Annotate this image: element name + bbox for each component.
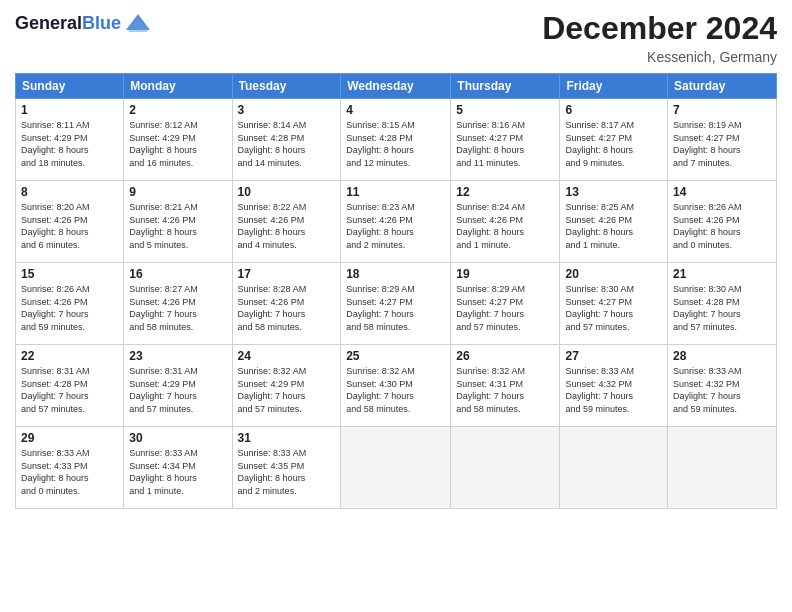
day-number: 4 [346, 103, 445, 117]
calendar-empty-cell [668, 427, 777, 509]
calendar-day-cell: 9Sunrise: 8:21 AM Sunset: 4:26 PM Daylig… [124, 181, 232, 263]
calendar-day-cell: 22Sunrise: 8:31 AM Sunset: 4:28 PM Dayli… [16, 345, 124, 427]
day-number: 31 [238, 431, 336, 445]
calendar-day-cell: 26Sunrise: 8:32 AM Sunset: 4:31 PM Dayli… [451, 345, 560, 427]
calendar-week-row: 15Sunrise: 8:26 AM Sunset: 4:26 PM Dayli… [16, 263, 777, 345]
calendar-day-cell: 10Sunrise: 8:22 AM Sunset: 4:26 PM Dayli… [232, 181, 341, 263]
day-number: 13 [565, 185, 662, 199]
month-title: December 2024 [542, 10, 777, 47]
day-number: 11 [346, 185, 445, 199]
calendar-day-cell: 7Sunrise: 8:19 AM Sunset: 4:27 PM Daylig… [668, 99, 777, 181]
day-info: Sunrise: 8:33 AM Sunset: 4:32 PM Dayligh… [565, 365, 662, 415]
day-number: 21 [673, 267, 771, 281]
day-info: Sunrise: 8:25 AM Sunset: 4:26 PM Dayligh… [565, 201, 662, 251]
day-number: 22 [21, 349, 118, 363]
day-info: Sunrise: 8:33 AM Sunset: 4:33 PM Dayligh… [21, 447, 118, 497]
day-number: 9 [129, 185, 226, 199]
day-number: 7 [673, 103, 771, 117]
weekday-header-friday: Friday [560, 74, 668, 99]
day-info: Sunrise: 8:32 AM Sunset: 4:29 PM Dayligh… [238, 365, 336, 415]
weekday-header-saturday: Saturday [668, 74, 777, 99]
calendar-day-cell: 13Sunrise: 8:25 AM Sunset: 4:26 PM Dayli… [560, 181, 668, 263]
calendar-empty-cell [560, 427, 668, 509]
day-info: Sunrise: 8:29 AM Sunset: 4:27 PM Dayligh… [346, 283, 445, 333]
day-number: 1 [21, 103, 118, 117]
title-block: December 2024 Kessenich, Germany [542, 10, 777, 65]
calendar-day-cell: 31Sunrise: 8:33 AM Sunset: 4:35 PM Dayli… [232, 427, 341, 509]
calendar-day-cell: 17Sunrise: 8:28 AM Sunset: 4:26 PM Dayli… [232, 263, 341, 345]
calendar-header-row: SundayMondayTuesdayWednesdayThursdayFrid… [16, 74, 777, 99]
weekday-header-thursday: Thursday [451, 74, 560, 99]
day-number: 30 [129, 431, 226, 445]
day-info: Sunrise: 8:17 AM Sunset: 4:27 PM Dayligh… [565, 119, 662, 169]
calendar-table: SundayMondayTuesdayWednesdayThursdayFrid… [15, 73, 777, 509]
calendar-day-cell: 11Sunrise: 8:23 AM Sunset: 4:26 PM Dayli… [341, 181, 451, 263]
day-number: 23 [129, 349, 226, 363]
day-info: Sunrise: 8:26 AM Sunset: 4:26 PM Dayligh… [21, 283, 118, 333]
header: GeneralBlue December 2024 Kessenich, Ger… [15, 10, 777, 65]
day-info: Sunrise: 8:28 AM Sunset: 4:26 PM Dayligh… [238, 283, 336, 333]
calendar-day-cell: 23Sunrise: 8:31 AM Sunset: 4:29 PM Dayli… [124, 345, 232, 427]
weekday-header-monday: Monday [124, 74, 232, 99]
calendar-empty-cell [341, 427, 451, 509]
day-number: 20 [565, 267, 662, 281]
day-number: 26 [456, 349, 554, 363]
weekday-header-tuesday: Tuesday [232, 74, 341, 99]
calendar-day-cell: 28Sunrise: 8:33 AM Sunset: 4:32 PM Dayli… [668, 345, 777, 427]
day-number: 3 [238, 103, 336, 117]
day-info: Sunrise: 8:14 AM Sunset: 4:28 PM Dayligh… [238, 119, 336, 169]
day-number: 24 [238, 349, 336, 363]
day-number: 18 [346, 267, 445, 281]
day-number: 15 [21, 267, 118, 281]
day-info: Sunrise: 8:22 AM Sunset: 4:26 PM Dayligh… [238, 201, 336, 251]
calendar-week-row: 29Sunrise: 8:33 AM Sunset: 4:33 PM Dayli… [16, 427, 777, 509]
day-info: Sunrise: 8:12 AM Sunset: 4:29 PM Dayligh… [129, 119, 226, 169]
calendar-day-cell: 15Sunrise: 8:26 AM Sunset: 4:26 PM Dayli… [16, 263, 124, 345]
logo-icon [124, 10, 152, 38]
weekday-header-wednesday: Wednesday [341, 74, 451, 99]
page: GeneralBlue December 2024 Kessenich, Ger… [0, 0, 792, 612]
day-info: Sunrise: 8:23 AM Sunset: 4:26 PM Dayligh… [346, 201, 445, 251]
calendar-day-cell: 20Sunrise: 8:30 AM Sunset: 4:27 PM Dayli… [560, 263, 668, 345]
weekday-header-sunday: Sunday [16, 74, 124, 99]
day-number: 2 [129, 103, 226, 117]
calendar-week-row: 22Sunrise: 8:31 AM Sunset: 4:28 PM Dayli… [16, 345, 777, 427]
calendar-day-cell: 18Sunrise: 8:29 AM Sunset: 4:27 PM Dayli… [341, 263, 451, 345]
day-info: Sunrise: 8:32 AM Sunset: 4:30 PM Dayligh… [346, 365, 445, 415]
calendar-day-cell: 3Sunrise: 8:14 AM Sunset: 4:28 PM Daylig… [232, 99, 341, 181]
day-number: 8 [21, 185, 118, 199]
day-info: Sunrise: 8:29 AM Sunset: 4:27 PM Dayligh… [456, 283, 554, 333]
day-number: 25 [346, 349, 445, 363]
day-number: 29 [21, 431, 118, 445]
calendar-day-cell: 4Sunrise: 8:15 AM Sunset: 4:28 PM Daylig… [341, 99, 451, 181]
day-number: 17 [238, 267, 336, 281]
day-info: Sunrise: 8:33 AM Sunset: 4:32 PM Dayligh… [673, 365, 771, 415]
day-info: Sunrise: 8:31 AM Sunset: 4:29 PM Dayligh… [129, 365, 226, 415]
calendar-day-cell: 19Sunrise: 8:29 AM Sunset: 4:27 PM Dayli… [451, 263, 560, 345]
day-info: Sunrise: 8:31 AM Sunset: 4:28 PM Dayligh… [21, 365, 118, 415]
calendar-week-row: 8Sunrise: 8:20 AM Sunset: 4:26 PM Daylig… [16, 181, 777, 263]
calendar-day-cell: 1Sunrise: 8:11 AM Sunset: 4:29 PM Daylig… [16, 99, 124, 181]
calendar-day-cell: 6Sunrise: 8:17 AM Sunset: 4:27 PM Daylig… [560, 99, 668, 181]
calendar-day-cell: 25Sunrise: 8:32 AM Sunset: 4:30 PM Dayli… [341, 345, 451, 427]
calendar-day-cell: 12Sunrise: 8:24 AM Sunset: 4:26 PM Dayli… [451, 181, 560, 263]
day-number: 5 [456, 103, 554, 117]
day-info: Sunrise: 8:30 AM Sunset: 4:27 PM Dayligh… [565, 283, 662, 333]
day-number: 27 [565, 349, 662, 363]
day-number: 6 [565, 103, 662, 117]
day-info: Sunrise: 8:19 AM Sunset: 4:27 PM Dayligh… [673, 119, 771, 169]
day-number: 19 [456, 267, 554, 281]
calendar-day-cell: 21Sunrise: 8:30 AM Sunset: 4:28 PM Dayli… [668, 263, 777, 345]
day-info: Sunrise: 8:20 AM Sunset: 4:26 PM Dayligh… [21, 201, 118, 251]
day-info: Sunrise: 8:33 AM Sunset: 4:34 PM Dayligh… [129, 447, 226, 497]
calendar-empty-cell [451, 427, 560, 509]
logo: GeneralBlue [15, 10, 152, 38]
day-info: Sunrise: 8:21 AM Sunset: 4:26 PM Dayligh… [129, 201, 226, 251]
day-number: 28 [673, 349, 771, 363]
calendar-day-cell: 8Sunrise: 8:20 AM Sunset: 4:26 PM Daylig… [16, 181, 124, 263]
calendar-day-cell: 2Sunrise: 8:12 AM Sunset: 4:29 PM Daylig… [124, 99, 232, 181]
day-number: 16 [129, 267, 226, 281]
location-title: Kessenich, Germany [542, 49, 777, 65]
calendar-day-cell: 5Sunrise: 8:16 AM Sunset: 4:27 PM Daylig… [451, 99, 560, 181]
calendar-week-row: 1Sunrise: 8:11 AM Sunset: 4:29 PM Daylig… [16, 99, 777, 181]
